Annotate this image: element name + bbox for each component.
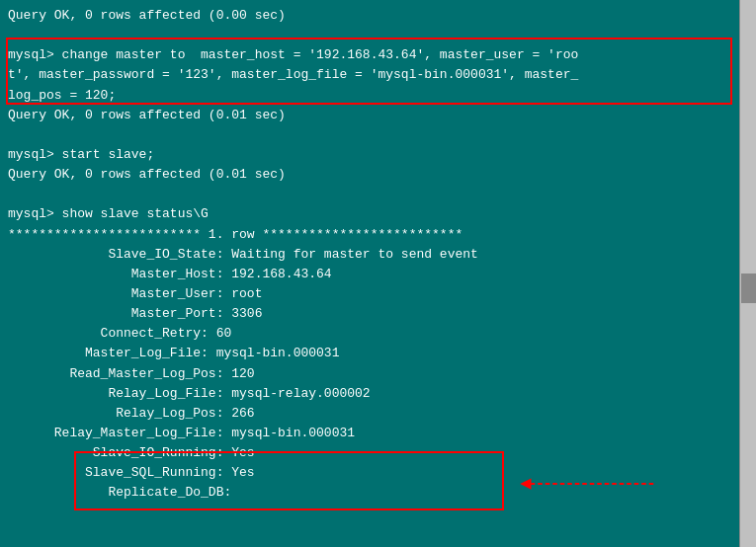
scrollbar-thumb[interactable]	[741, 274, 756, 303]
line-blank-3	[8, 185, 731, 204]
line-12: Master_User: root	[8, 284, 731, 304]
line-16: Read_Master_Log_Pos: 120	[8, 364, 731, 384]
line-blank-2	[8, 125, 731, 145]
line-2: mysql> change master to master_host = '1…	[8, 45, 731, 65]
line-11: Master_Host: 192.168.43.64	[8, 265, 731, 284]
line-blank-1	[8, 26, 731, 45]
line-15: Master_Log_File: mysql-bin.000031	[8, 344, 731, 363]
line-13: Master_Port: 3306	[8, 304, 731, 324]
line-5: Query OK, 0 rows affected (0.01 sec)	[8, 106, 731, 125]
terminal: Query OK, 0 rows affected (0.00 sec) mys…	[0, 0, 739, 547]
line-22: Replicate_Do_DB:	[8, 483, 731, 503]
line-21: Slave_SQL_Running: Yes	[8, 463, 731, 483]
line-8: mysql> show slave status\G	[8, 204, 731, 224]
line-3: t', master_password = '123', master_log_…	[8, 65, 731, 85]
line-7: Query OK, 0 rows affected (0.01 sec)	[8, 165, 731, 185]
line-9: ************************* 1. row *******…	[8, 225, 731, 245]
line-4: log_pos = 120;	[8, 86, 731, 106]
line-20: Slave_IO_Running: Yes	[8, 443, 731, 463]
scrollbar[interactable]	[739, 0, 756, 547]
line-10: Slave_IO_State: Waiting for master to se…	[8, 245, 731, 265]
terminal-lines: Query OK, 0 rows affected (0.00 sec) mys…	[8, 6, 731, 504]
line-1: Query OK, 0 rows affected (0.00 sec)	[8, 6, 731, 26]
line-19: Relay_Master_Log_File: mysql-bin.000031	[8, 424, 731, 443]
line-17: Relay_Log_File: mysql-relay.000002	[8, 384, 731, 404]
line-6: mysql> start slave;	[8, 145, 731, 165]
line-18: Relay_Log_Pos: 266	[8, 404, 731, 424]
line-14: Connect_Retry: 60	[8, 324, 731, 344]
